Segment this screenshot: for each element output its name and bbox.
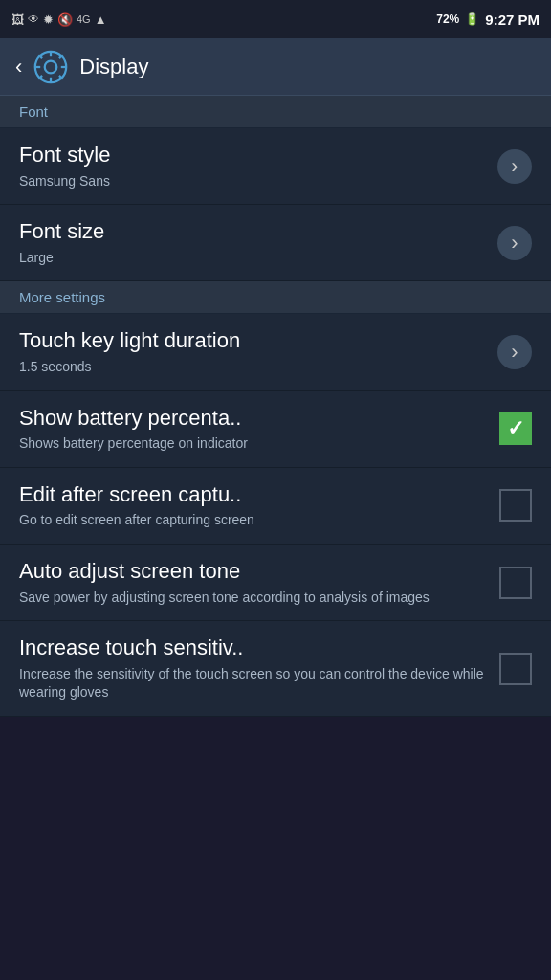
item-subtitle-touch-key-light: 1.5 seconds <box>19 358 488 377</box>
svg-point-1 <box>45 60 57 73</box>
item-subtitle-font-size: Large <box>19 249 488 268</box>
item-text-font-size: Font sizeLarge <box>19 218 488 267</box>
photo-icon: 🖼 <box>11 12 24 27</box>
mute-icon: 🔇 <box>57 12 73 27</box>
item-text-font-style: Font styleSamsung Sans <box>19 142 488 190</box>
item-title-edit-after-capture: Edit after screen captu.. <box>19 481 490 509</box>
page-header: ‹ Display <box>0 38 551 96</box>
item-title-show-battery: Show battery percenta.. <box>19 405 490 433</box>
signal-icon: ▲ <box>95 12 107 27</box>
status-left-icons: 🖼 👁 ✹ 🔇 4G ▲ <box>11 12 107 27</box>
item-title-font-style: Font style <box>19 142 488 169</box>
settings-item-show-battery[interactable]: Show battery percenta..Shows battery per… <box>0 391 551 468</box>
checkbox-increase-touch[interactable] <box>499 653 532 685</box>
checkbox-auto-adjust-screen[interactable] <box>499 567 532 599</box>
battery-icon: 🔋 <box>465 12 479 26</box>
status-bar: 🖼 👁 ✹ 🔇 4G ▲ 72% 🔋 9:27 PM <box>0 0 551 38</box>
settings-icon <box>33 50 68 84</box>
page-title: Display <box>79 55 148 79</box>
item-text-increase-touch: Increase touch sensitiv..Increase the se… <box>19 635 490 702</box>
bluetooth-icon: ✹ <box>43 12 54 27</box>
settings-item-font-size[interactable]: Font sizeLarge <box>0 205 551 281</box>
item-text-show-battery: Show battery percenta..Shows battery per… <box>19 405 490 454</box>
item-title-increase-touch: Increase touch sensitiv.. <box>19 635 490 662</box>
chevron-icon-font-style <box>497 149 532 184</box>
item-title-font-size: Font size <box>19 218 488 246</box>
item-title-touch-key-light: Touch key light duration <box>19 327 488 355</box>
settings-item-touch-key-light[interactable]: Touch key light duration1.5 seconds <box>0 314 551 390</box>
item-text-edit-after-capture: Edit after screen captu..Go to edit scre… <box>19 481 490 530</box>
item-subtitle-auto-adjust-screen: Save power by adjusting screen tone acco… <box>19 589 490 608</box>
item-title-auto-adjust-screen: Auto adjust screen tone <box>19 558 490 586</box>
settings-item-auto-adjust-screen[interactable]: Auto adjust screen toneSave power by adj… <box>0 545 551 621</box>
settings-item-edit-after-capture[interactable]: Edit after screen captu..Go to edit scre… <box>0 468 551 545</box>
chevron-icon-touch-key-light <box>497 335 532 369</box>
checkbox-show-battery[interactable] <box>499 412 532 445</box>
chevron-icon-font-size <box>497 226 532 260</box>
settings-item-font-style[interactable]: Font styleSamsung Sans <box>0 128 551 205</box>
item-text-touch-key-light: Touch key light duration1.5 seconds <box>19 327 488 376</box>
lte-icon: 4G <box>77 13 91 25</box>
settings-content: FontFont styleSamsung SansFont sizeLarge… <box>0 96 551 717</box>
section-header-font-section: Font <box>0 96 551 128</box>
settings-item-increase-touch[interactable]: Increase touch sensitiv..Increase the se… <box>0 621 551 717</box>
status-right-icons: 72% 🔋 9:27 PM <box>436 11 540 28</box>
item-text-auto-adjust-screen: Auto adjust screen toneSave power by adj… <box>19 558 490 607</box>
back-button[interactable]: ‹ <box>15 55 22 79</box>
time-display: 9:27 PM <box>485 11 540 28</box>
item-subtitle-font-style: Samsung Sans <box>19 172 488 191</box>
battery-percent: 72% <box>436 12 459 26</box>
section-header-more-settings-section: More settings <box>0 281 551 314</box>
eye-icon: 👁 <box>28 12 39 26</box>
item-subtitle-increase-touch: Increase the sensitivity of the touch sc… <box>19 665 490 702</box>
item-subtitle-show-battery: Shows battery percentage on indicator <box>19 434 490 454</box>
checkbox-edit-after-capture[interactable] <box>499 489 532 522</box>
item-subtitle-edit-after-capture: Go to edit screen after capturing screen <box>19 511 490 530</box>
